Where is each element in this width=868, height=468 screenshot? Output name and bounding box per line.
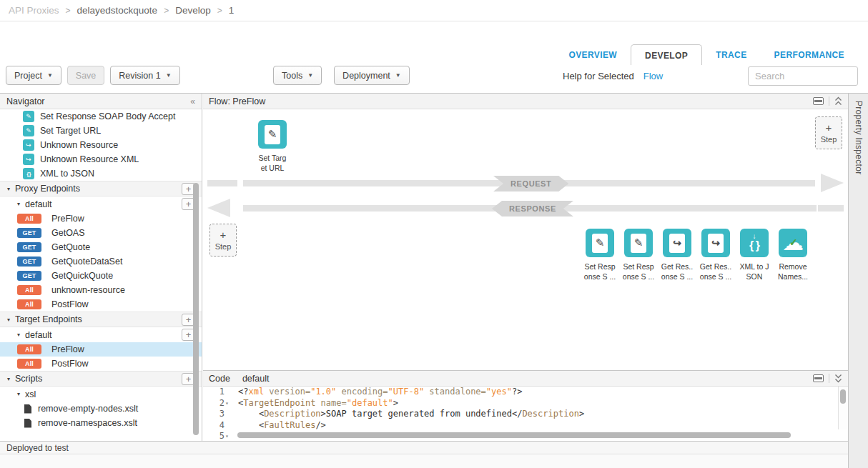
property-inspector-strip[interactable]: Property Inspector (848, 94, 868, 468)
flow-title: Flow: PreFlow (209, 96, 265, 106)
nav-item-label: GetQuickQuote (51, 271, 113, 281)
breadcrumb-separator: > (66, 6, 71, 16)
add-response-step-button[interactable]: + Step (209, 224, 237, 257)
navigator-panel: Navigator « ✎Set Response SOAP Body Acce… (0, 94, 202, 441)
property-inspector-label: Property Inspector (854, 94, 864, 468)
nav-flow-postflow[interactable]: AllPostFlow (0, 357, 202, 371)
code-tab-default[interactable]: default (242, 374, 270, 384)
pencil-policy-icon[interactable]: ✎ (624, 229, 653, 257)
divider (829, 374, 829, 383)
collapse-panel-icon[interactable]: « (190, 96, 195, 106)
nav-flow-getoas[interactable]: GETGetOAS (0, 226, 202, 240)
scrollbar-thumb[interactable] (840, 389, 846, 404)
pencil-policy-icon[interactable]: ✎ (586, 229, 614, 257)
nav-flow-preflow[interactable]: AllPreFlow (0, 211, 202, 226)
flow-step-label: Get Res.. onse S ... (661, 262, 693, 282)
pencil-policy-icon[interactable]: ✎ (258, 120, 287, 149)
file-icon (24, 404, 31, 414)
nav-flow-getquickquote[interactable]: GETGetQuickQuote (0, 269, 202, 283)
nav-policy-set-target-url[interactable]: ✎Set Target URL (0, 124, 202, 138)
nav-flow-preflow[interactable]: AllPreFlow (0, 342, 202, 357)
flow-step-set-resp[interactable]: ✎Set Resp onse S ... (619, 229, 658, 282)
nav-item-label: GetOAS (51, 228, 85, 238)
nav-section-proxy-endpoints[interactable]: ▾Proxy Endpoints (0, 181, 202, 196)
nav-file-remove-empty-nodes-xslt[interactable]: remove-empty-nodes.xslt (0, 402, 202, 416)
nav-policy-unknown-resource[interactable]: ↪Unknown Resource (0, 138, 202, 152)
fold-caret-icon[interactable]: ▾ (225, 398, 232, 409)
view-tabs: OVERVIEW DEVELOP TRACE PERFORMANCE (555, 44, 858, 65)
nav-section-scripts[interactable]: ▾Scripts (0, 371, 202, 387)
nav-flow-getquote[interactable]: GETGetQuote (0, 240, 202, 254)
flow-step-set-targ[interactable]: ✎Set Targ et URL (253, 120, 292, 173)
navigator-header: Navigator « (0, 94, 202, 109)
tools-menu-button[interactable]: Tools ▼ (273, 66, 322, 85)
code-vertical-scrollbar[interactable] (838, 387, 848, 429)
method-badge: All (17, 299, 41, 309)
search-input[interactable] (748, 66, 858, 86)
paper-shape: ✎ (631, 234, 646, 253)
nav-group-default[interactable]: ▾default (0, 196, 202, 211)
response-arrowhead-icon (207, 199, 230, 217)
nav-flow-getquotedataset[interactable]: GETGetQuoteDataSet (0, 254, 202, 269)
cloud-check-policy-icon[interactable]: ☁✓ (779, 229, 807, 257)
deployment-menu-button[interactable]: Deployment ▼ (334, 66, 410, 85)
nav-group-label: default (25, 199, 52, 209)
collapse-down-icon[interactable] (834, 374, 842, 383)
flow-step-set-resp[interactable]: ✎Set Resp onse S ... (581, 229, 619, 282)
nav-item-label: remove-empty-nodes.xslt (38, 404, 138, 414)
nav-group-xsl[interactable]: ▾xsl (0, 387, 202, 402)
braces-policy-icon[interactable]: ↓{ } (740, 229, 769, 257)
breadcrumb-revision: 1 (229, 5, 235, 16)
maximize-panel-icon[interactable] (813, 97, 824, 105)
tab-trace[interactable]: TRACE (702, 44, 760, 65)
line-number: 2▾ (203, 398, 232, 409)
nav-section-target-endpoints[interactable]: ▾Target Endpoints (0, 312, 202, 327)
nav-item-label: PostFlow (51, 299, 88, 309)
nav-file-remove-namespaces-xslt[interactable]: remove-namespaces.xslt (0, 416, 202, 430)
nav-item-label: Unknown Resource (40, 140, 118, 150)
revision-menu-button[interactable]: Revision 1 ▼ (110, 66, 179, 85)
navigator-tree: ✎Set Response SOAP Body Accept✎Set Targe… (0, 109, 202, 430)
nav-policy-set-response-soap-body-accept[interactable]: ✎Set Response SOAP Body Accept (0, 109, 202, 124)
tab-develop[interactable]: DEVELOP (631, 44, 702, 65)
add-step-label: Step (215, 242, 232, 251)
breadcrumb-api-proxies[interactable]: API Proxies (9, 5, 59, 16)
code-text: <?xml version="1.0" encoding="UTF-8" sta… (232, 387, 522, 398)
toolbar-middle: Tools ▼ Deployment ▼ (273, 66, 410, 85)
nav-flow-postflow[interactable]: AllPostFlow (0, 297, 202, 312)
save-button[interactable]: Save (67, 66, 105, 85)
nav-flow-unknown-resource[interactable]: Allunknown-resource (0, 283, 202, 297)
project-menu-button[interactable]: Project ▼ (6, 66, 61, 85)
nav-policy-xml-to-json[interactable]: { }XML to JSON (0, 166, 202, 181)
help-for-selected: Help for Selected Flow (563, 71, 663, 81)
callout-policy-icon[interactable]: ↪ (701, 229, 730, 257)
caret-down-icon: ▼ (47, 72, 53, 79)
code-horizontal-scrollbar[interactable] (237, 432, 791, 438)
help-selected-flow-link[interactable]: Flow (643, 71, 663, 81)
fold-caret-icon[interactable]: ▾ (225, 431, 232, 441)
save-button-label: Save (76, 71, 97, 81)
plus-icon: + (220, 229, 227, 240)
tab-performance[interactable]: PERFORMANCE (761, 44, 858, 65)
paper-shape: ↪ (708, 234, 724, 253)
code-editor[interactable]: 1<?xml version="1.0" encoding="UTF-8" st… (203, 387, 848, 441)
breadcrumb-proxy-name[interactable]: delayedstockquote (77, 5, 158, 16)
callout-policy-icon[interactable]: ↪ (663, 229, 691, 257)
flow-step-xml-to-j[interactable]: ↓{ }XML to J SON (735, 229, 774, 282)
flow-step-remove[interactable]: ☁✓Remove Names... (774, 229, 812, 282)
caret-down-icon: ▾ (7, 376, 10, 382)
request-arrowhead-icon (821, 174, 844, 192)
method-badge: GET (17, 242, 41, 252)
flow-step-get-res[interactable]: ↪Get Res.. onse S ... (696, 229, 735, 282)
add-request-step-button[interactable]: + Step (815, 116, 842, 149)
nav-item-label: Set Target URL (40, 126, 101, 136)
maximize-panel-icon[interactable] (813, 374, 824, 382)
nav-policy-unknown-resource-xml[interactable]: ↪Unknown Resource XML (0, 152, 202, 166)
flow-step-get-res[interactable]: ↪Get Res.. onse S ... (658, 229, 696, 282)
flow-step-label: Set Resp onse S ... (584, 262, 616, 282)
tab-overview[interactable]: OVERVIEW (555, 44, 631, 65)
collapse-up-icon[interactable] (834, 96, 842, 106)
nav-group-default[interactable]: ▾default (0, 327, 202, 342)
braces-icon: { } (749, 239, 759, 252)
scrollbar-thumb[interactable] (193, 183, 199, 435)
